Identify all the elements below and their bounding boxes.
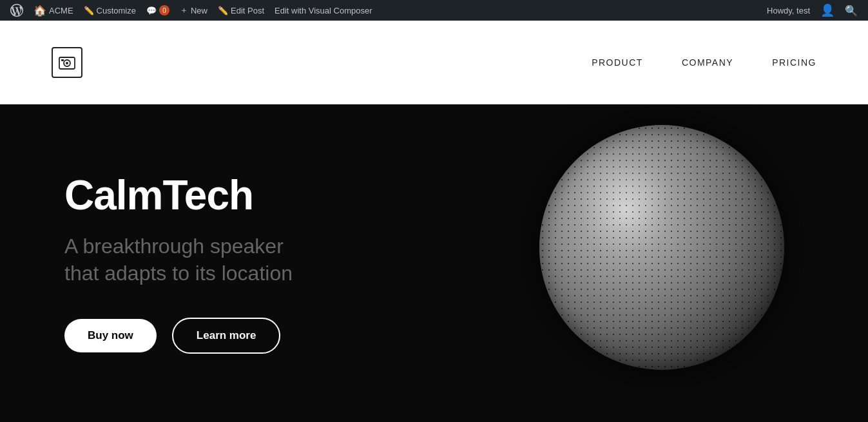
wp-logo-link[interactable] <box>5 0 28 21</box>
hero-title: CalmTech <box>64 173 868 218</box>
nav-pricing[interactable]: PRICING <box>772 57 816 68</box>
hero-buttons: Buy now Learn more <box>64 318 868 354</box>
hero-content: CalmTech A breakthrough speaker that ada… <box>0 173 868 354</box>
comment-count: 0 <box>159 5 169 15</box>
buy-now-button[interactable]: Buy now <box>64 319 157 352</box>
howdy-text: Howdy, test <box>762 0 815 21</box>
site-icon: 🏠 <box>34 5 46 17</box>
logo-icon <box>52 47 82 78</box>
hero-section: CalmTech A breakthrough speaker that ada… <box>0 104 868 422</box>
learn-more-button[interactable]: Learn more <box>172 318 281 354</box>
customize-label: Customize <box>97 6 136 15</box>
new-label: New <box>191 6 207 15</box>
edit-post-icon: ✏️ <box>218 6 228 15</box>
search-icon[interactable]: 🔍 <box>840 0 863 21</box>
visual-composer-link[interactable]: Edit with Visual Composer <box>269 0 378 21</box>
edit-post-link[interactable]: ✏️ Edit Post <box>213 0 269 21</box>
site-logo[interactable] <box>52 47 82 78</box>
admin-bar: 🏠 ACME ✏️ Customize 💬 0 ＋ New ✏️ Edit Po… <box>0 0 868 21</box>
customize-icon: ✏️ <box>84 6 94 15</box>
new-content-link[interactable]: ＋ New <box>175 0 213 21</box>
site-name-label: ACME <box>49 6 73 15</box>
user-avatar[interactable]: 👤 <box>815 0 840 21</box>
svg-point-2 <box>66 62 68 64</box>
nav-company[interactable]: COMPANY <box>682 57 733 68</box>
site-name-link[interactable]: 🏠 ACME <box>28 0 79 21</box>
admin-bar-right: Howdy, test 👤 🔍 <box>762 0 863 21</box>
site-nav: PRODUCT COMPANY PRICING <box>592 57 816 68</box>
site-header: PRODUCT COMPANY PRICING <box>0 21 868 104</box>
comment-icon: 💬 <box>146 6 157 15</box>
customize-link[interactable]: ✏️ Customize <box>79 0 141 21</box>
nav-product[interactable]: PRODUCT <box>592 57 643 68</box>
hero-subtitle: A breakthrough speaker that adapts to it… <box>64 233 309 287</box>
comments-link[interactable]: 💬 0 <box>141 0 175 21</box>
visual-composer-label: Edit with Visual Composer <box>275 6 372 15</box>
svg-rect-3 <box>61 59 64 61</box>
plus-icon: ＋ <box>180 5 188 16</box>
edit-post-label: Edit Post <box>231 6 264 15</box>
